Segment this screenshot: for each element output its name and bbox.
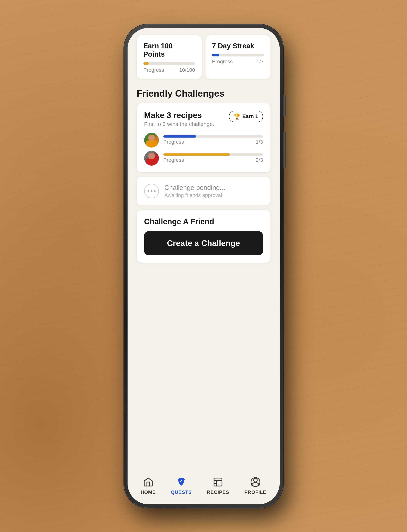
home-nav-label: HOME (141, 489, 156, 495)
challenge-info: Make 3 recipes First to 3 wins the chall… (144, 111, 214, 127)
nav-item-home[interactable]: HOME (141, 477, 156, 495)
pending-subtitle: Awaiting friends approval (164, 192, 225, 198)
earn-points-label: Progress 10/100 (143, 67, 195, 73)
earn-badge: 🏆 Earn 1 (229, 111, 263, 122)
participant-1-label: Progress 1/3 (163, 139, 263, 145)
avatar-1 (144, 133, 159, 147)
earn-points-count: 10/100 (179, 67, 195, 73)
streak-progress-text: Progress (212, 59, 233, 65)
friendly-challenges-title: Friendly Challenges (127, 84, 280, 103)
participant-2-progress-text: Progress (163, 157, 184, 163)
pending-title: Challenge pending... (164, 184, 225, 192)
pending-challenge-card: Challenge pending... Awaiting friends ap… (137, 177, 270, 205)
streak-label: Progress 1/7 (212, 59, 264, 65)
nav-item-recipes[interactable]: RECIPES (207, 477, 229, 495)
dot-3 (154, 190, 156, 192)
participant-2-label: Progress 2/3 (163, 157, 263, 163)
home-icon (142, 477, 155, 487)
svg-rect-0 (214, 478, 222, 486)
dot-2 (151, 190, 152, 192)
phone-inner: Earn 100 Points Progress 10/100 7 Day St… (127, 28, 280, 504)
trophy-icon: 🏆 (234, 113, 241, 120)
streak-count: 1/7 (257, 59, 264, 65)
bottom-nav: HOME QUESTS (127, 471, 280, 504)
streak-card: 7 Day Streak Progress 1/7 (205, 35, 270, 79)
participants-list: Progress 1/3 (144, 133, 263, 166)
phone-screen: Earn 100 Points Progress 10/100 7 Day St… (127, 28, 280, 504)
participant-1-fill (163, 135, 196, 137)
streak-fill (212, 54, 219, 56)
create-challenge-button[interactable]: Create a Challenge (144, 231, 263, 255)
active-challenge-card: Make 3 recipes First to 3 wins the chall… (137, 103, 270, 172)
earn-badge-label: Earn 1 (242, 114, 258, 119)
create-challenge-card: Challenge A Friend Create a Challenge (137, 210, 270, 263)
earn-points-title: Earn 100 Points (143, 42, 195, 59)
phone-shell: Earn 100 Points Progress 10/100 7 Day St… (124, 24, 283, 508)
recipes-nav-label: RECIPES (207, 489, 229, 495)
participant-1-count: 1/3 (256, 139, 263, 145)
earn-points-fill (143, 62, 149, 65)
participant-2-count: 2/3 (256, 157, 263, 163)
pending-dots-circle (144, 184, 159, 198)
participant-1-progress: Progress 1/3 (163, 135, 263, 145)
participant-2-fill (163, 153, 230, 156)
nav-item-profile[interactable]: PROFILE (244, 477, 266, 495)
dot-1 (148, 190, 149, 192)
content-area: Make 3 recipes First to 3 wins the chall… (127, 103, 280, 466)
participant-1-bar (163, 135, 263, 137)
profile-nav-label: PROFILE (244, 489, 266, 495)
challenge-description: First to 3 wins the challenge. (144, 121, 214, 127)
streak-title: 7 Day Streak (212, 42, 264, 50)
participant-2-bar (163, 153, 263, 156)
quests-nav-label: QUESTS (171, 489, 192, 495)
earn-points-card: Earn 100 Points Progress 10/100 (137, 35, 202, 79)
participant-2-progress: Progress 2/3 (163, 153, 263, 163)
participant-row: Progress 2/3 (144, 151, 263, 166)
avatar-2 (144, 151, 159, 166)
pending-text: Challenge pending... Awaiting friends ap… (164, 184, 225, 198)
participant-1-progress-text: Progress (163, 139, 184, 145)
participant-row: Progress 1/3 (144, 133, 263, 147)
create-challenge-section-title: Challenge A Friend (144, 217, 263, 226)
nav-item-quests[interactable]: QUESTS (171, 477, 192, 495)
phone-wrapper: Earn 100 Points Progress 10/100 7 Day St… (119, 17, 289, 515)
recipes-icon (211, 477, 224, 487)
quests-icon (175, 477, 188, 487)
top-cards-section: Earn 100 Points Progress 10/100 7 Day St… (127, 28, 280, 84)
challenge-header: Make 3 recipes First to 3 wins the chall… (144, 111, 263, 127)
earn-points-progress-text: Progress (143, 67, 164, 73)
earn-points-progress-bar (143, 62, 195, 65)
svg-point-4 (254, 478, 257, 482)
dots-inner (148, 190, 156, 192)
streak-progress-bar (212, 54, 264, 56)
challenge-name: Make 3 recipes (144, 111, 214, 120)
profile-icon (249, 477, 262, 487)
